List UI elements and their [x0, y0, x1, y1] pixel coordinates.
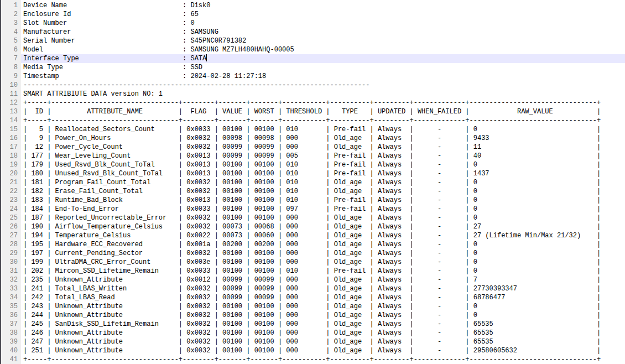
line-number[interactable]: 35: [1, 302, 21, 311]
line-text: +-----+--------------------------------+…: [21, 355, 625, 364]
line-number[interactable]: 10: [1, 81, 21, 90]
line-number[interactable]: 39: [1, 337, 21, 346]
editor-line[interactable]: 8Media Type : SSD: [1, 63, 625, 72]
line-number[interactable]: 5: [1, 37, 21, 45]
line-text: | 177 | Wear_Leveling_Count | 0x0013 | 0…: [21, 152, 625, 160]
editor-line[interactable]: 34| 242 | Total_LBAS_Read | 0x0032 | 000…: [1, 293, 625, 302]
line-number[interactable]: 7: [1, 54, 21, 63]
line-number[interactable]: 20: [1, 169, 21, 178]
line-number[interactable]: 24: [1, 205, 21, 214]
line-number[interactable]: 34: [1, 293, 21, 302]
line-text: +-----+--------------------------------+…: [21, 98, 625, 107]
editor-line[interactable]: 27| 194 | Temperature_Celsius | 0x0022 |…: [1, 231, 625, 240]
line-text: | ID | ATTRIBUTE_NAME | FLAG | VALUE | W…: [21, 107, 625, 116]
editor-line[interactable]: 30| 199 | UltraDMA_CRC_Error_Count | 0x0…: [1, 258, 625, 267]
line-number[interactable]: 38: [1, 329, 21, 337]
editor-line[interactable]: 35| 243 | Unknown_Attribute | 0x0032 | 0…: [1, 302, 625, 311]
line-number[interactable]: 23: [1, 196, 21, 205]
editor-line[interactable]: 3Slot Number : 0: [1, 19, 625, 28]
editor-line[interactable]: 39| 247 | Unknown_Attribute | 0x0032 | 0…: [1, 337, 625, 346]
line-number[interactable]: 1: [1, 1, 21, 10]
line-number[interactable]: 26: [1, 222, 21, 231]
line-text: ----------------------------------------…: [21, 81, 625, 90]
editor-line[interactable]: 7Interface Type : SATA: [1, 54, 625, 63]
line-number[interactable]: 3: [1, 19, 21, 28]
line-number[interactable]: 14: [1, 116, 21, 125]
editor-line[interactable]: 25| 187 | Reported_Uncorrectable_Error |…: [1, 214, 625, 222]
line-number[interactable]: 2: [1, 10, 21, 19]
line-number[interactable]: 37: [1, 320, 21, 329]
editor-line[interactable]: 6Model : SAMSUNG MZ7LH480HAHQ-00005: [1, 45, 625, 54]
editor-line[interactable]: 10--------------------------------------…: [1, 81, 625, 90]
editor-line[interactable]: 29| 197 | Current_Pending_Sector | 0x003…: [1, 249, 625, 258]
line-number[interactable]: 12: [1, 98, 21, 107]
editor-line[interactable]: 5Serial Number : S45PNC0R791382: [1, 37, 625, 45]
line-text: | 9 | Power_On_Hours | 0x0032 | 00098 | …: [21, 134, 625, 143]
line-number[interactable]: 29: [1, 249, 21, 258]
line-number[interactable]: 8: [1, 63, 21, 72]
editor-line[interactable]: 22| 182 | Erase_Fail_Count_Total | 0x003…: [1, 187, 625, 196]
editor-line[interactable]: 31| 202 | Mircon_SSD_Lifetime_Remain | 0…: [1, 267, 625, 275]
line-number[interactable]: 19: [1, 160, 21, 169]
line-number[interactable]: 16: [1, 134, 21, 143]
editor-line[interactable]: 16| 9 | Power_On_Hours | 0x0032 | 00098 …: [1, 134, 625, 143]
editor-line[interactable]: 11SMART ATTRIBIUTE DATA version NO: 1: [1, 90, 625, 98]
line-text: SMART ATTRIBIUTE DATA version NO: 1: [21, 90, 625, 98]
line-number[interactable]: 41: [1, 355, 21, 364]
line-text: | 246 | Unknown_Attribute | 0x0032 | 001…: [21, 329, 625, 337]
line-number[interactable]: 18: [1, 152, 21, 160]
editor-line[interactable]: 2Enclosure Id : 65: [1, 10, 625, 19]
editor-line[interactable]: 17| 12 | Power_Cycle_Count | 0x0032 | 00…: [1, 143, 625, 152]
editor-content[interactable]: 1Device Name : Disk02Enclosure Id : 653S…: [1, 0, 625, 364]
line-number[interactable]: 36: [1, 311, 21, 320]
editor-line[interactable]: 24| 184 | End-To-End_Error | 0x0033 | 00…: [1, 205, 625, 214]
line-number[interactable]: 21: [1, 178, 21, 187]
editor-line[interactable]: 28| 195 | Hardware_ECC_Recovered | 0x001…: [1, 240, 625, 249]
editor-line[interactable]: 4Manufacturer : SAMSUNG: [1, 28, 625, 37]
line-text: | 5 | Reallocated_Sectors_Count | 0x0033…: [21, 125, 625, 134]
line-number[interactable]: 40: [1, 346, 21, 355]
line-text: | 245 | SanDisk_SSD_Lifetim_Remain | 0x0…: [21, 320, 625, 329]
editor-line[interactable]: 14+-----+-------------------------------…: [1, 116, 625, 125]
editor-line[interactable]: 12+-----+-------------------------------…: [1, 98, 625, 107]
editor-line[interactable]: 33| 241 | Total_LBAS_Written | 0x0032 | …: [1, 284, 625, 293]
line-number[interactable]: 33: [1, 284, 21, 293]
line-number[interactable]: 28: [1, 240, 21, 249]
editor-line[interactable]: 37| 245 | SanDisk_SSD_Lifetim_Remain | 0…: [1, 320, 625, 329]
line-text: Model : SAMSUNG MZ7LH480HAHQ-00005: [21, 45, 625, 54]
line-number[interactable]: 27: [1, 231, 21, 240]
editor-line[interactable]: 9Timestamp : 2024-02-28 11:27:18: [1, 72, 625, 81]
line-number[interactable]: 17: [1, 143, 21, 152]
editor-line[interactable]: 32| 235 | Unknown_Attribute | 0x0012 | 0…: [1, 275, 625, 284]
editor-line[interactable]: 38| 246 | Unknown_Attribute | 0x0032 | 0…: [1, 329, 625, 337]
line-text: Serial Number : S45PNC0R791382: [21, 37, 625, 45]
editor-line[interactable]: 18| 177 | Wear_Leveling_Count | 0x0013 |…: [1, 152, 625, 160]
editor-line[interactable]: 40| 251 | Unknown_Attribute | 0x0032 | 0…: [1, 346, 625, 355]
editor-line[interactable]: 19| 179 | Used_Rsvd_Blk_Count_ToTal | 0x…: [1, 160, 625, 169]
editor-line[interactable]: 23| 183 | Runtime_Bad_Block | 0x0013 | 0…: [1, 196, 625, 205]
line-text: | 235 | Unknown_Attribute | 0x0012 | 000…: [21, 275, 625, 284]
line-number[interactable]: 15: [1, 125, 21, 134]
editor-line[interactable]: 13| ID | ATTRIBUTE_NAME | FLAG | VALUE |…: [1, 107, 625, 116]
editor-line[interactable]: 36| 244 | Unknown_Attribute | 0x0032 | 0…: [1, 311, 625, 320]
line-number[interactable]: 31: [1, 267, 21, 275]
line-number[interactable]: 9: [1, 72, 21, 81]
editor-line[interactable]: 41+-----+-------------------------------…: [1, 355, 625, 364]
line-number[interactable]: 11: [1, 90, 21, 98]
line-text: Media Type : SSD: [21, 63, 625, 72]
editor-line[interactable]: 21| 181 | Program_Fail_Count_Total | 0x0…: [1, 178, 625, 187]
editor-line[interactable]: 20| 180 | Unused_Rsvd_Blk_Count_ToTal | …: [1, 169, 625, 178]
line-number[interactable]: 25: [1, 214, 21, 222]
line-text: | 244 | Unknown_Attribute | 0x0032 | 001…: [21, 311, 625, 320]
line-number[interactable]: 30: [1, 258, 21, 267]
line-text: Enclosure Id : 65: [21, 10, 625, 19]
line-text: | 182 | Erase_Fail_Count_Total | 0x0032 …: [21, 187, 625, 196]
line-number[interactable]: 13: [1, 107, 21, 116]
line-number[interactable]: 32: [1, 275, 21, 284]
line-number[interactable]: 4: [1, 28, 21, 37]
editor-line[interactable]: 1Device Name : Disk0: [1, 1, 625, 10]
line-number[interactable]: 22: [1, 187, 21, 196]
line-number[interactable]: 6: [1, 45, 21, 54]
editor-line[interactable]: 26| 190 | Airflow_Temperature_Celsius | …: [1, 222, 625, 231]
editor-line[interactable]: 15| 5 | Reallocated_Sectors_Count | 0x00…: [1, 125, 625, 134]
